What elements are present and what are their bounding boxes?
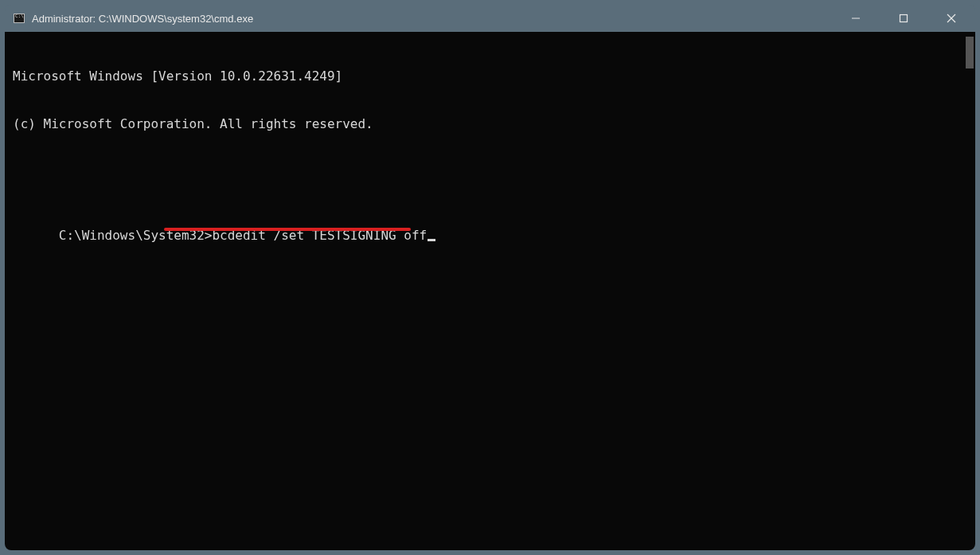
close-button[interactable] [927,5,975,32]
scrollbar-thumb[interactable] [966,37,974,68]
window-controls [832,5,975,32]
window-title: Administrator: C:\WINDOWS\system32\cmd.e… [32,13,832,25]
terminal-output[interactable]: Microsoft Windows [Version 10.0.22631.42… [5,32,975,550]
svg-rect-1 [900,15,908,22]
annotation-underline [164,228,411,231]
copyright-line: (c) Microsoft Corporation. All rights re… [13,116,967,132]
minimize-button[interactable] [832,5,880,32]
maximize-button[interactable] [880,5,927,32]
version-line: Microsoft Windows [Version 10.0.22631.42… [13,68,967,84]
cmd-window: Administrator: C:\WINDOWS\system32\cmd.e… [5,5,975,550]
cmd-icon [13,12,25,25]
prompt-line: C:\Windows\System32>bcdedit /set TESTSIG… [13,212,967,276]
titlebar[interactable]: Administrator: C:\WINDOWS\system32\cmd.e… [5,5,975,32]
cursor [428,239,435,241]
blank-line [13,164,967,180]
